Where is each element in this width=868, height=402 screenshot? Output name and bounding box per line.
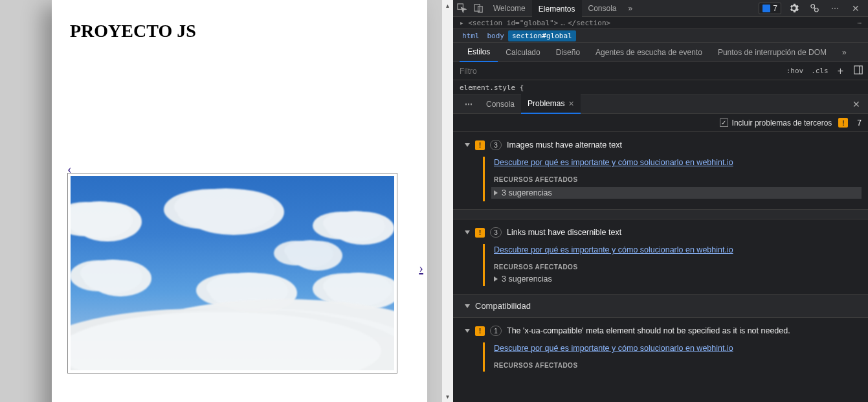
styles-filter-input[interactable] [453, 67, 783, 76]
affected-resources-label: RECURSOS AFECTADOS [494, 362, 862, 369]
disclosure-icon[interactable] [465, 304, 470, 308]
dom-tree-snippet[interactable]: ▸ <section id="global"> … </section> ⋯ [453, 17, 868, 28]
warning-icon: ! [475, 140, 485, 150]
styles-tabbar: Estilos Calculado Diseño Agentes de escu… [453, 43, 868, 62]
settings-gear-icon[interactable] [785, 0, 802, 17]
tab-dom-breakpoints[interactable]: Puntos de interrupción de DOM [710, 43, 834, 62]
svg-rect-1 [474, 5, 479, 11]
breadcrumb-body[interactable]: body [484, 30, 509, 41]
styles-filter-row: :hov .cls + [453, 62, 868, 80]
issue-learn-more-link[interactable]: Descubre por qué es importante y cómo so… [494, 344, 733, 353]
issue-learn-more-link[interactable]: Descubre por qué es importante y cómo so… [494, 245, 733, 254]
scroll-down-button[interactable]: ▾ [442, 391, 453, 402]
checkbox-icon: ✓ [720, 118, 728, 127]
breadcrumb-section[interactable]: section#global [508, 30, 576, 41]
inspect-element-icon[interactable] [453, 0, 470, 17]
issue-header-row[interactable]: ! 1 The 'x-ua-compatible' meta element s… [465, 326, 862, 336]
carousel-image [71, 176, 394, 370]
tabs-overflow-icon[interactable]: » [623, 4, 638, 13]
disclosure-icon[interactable] [465, 143, 470, 147]
tab-console[interactable]: Consola [582, 0, 623, 17]
issue-header-row[interactable]: ! 3 Images must have alternate text [465, 140, 862, 150]
affected-resources-item[interactable]: 3 sugerencias [494, 274, 862, 284]
close-tab-icon[interactable]: ✕ [568, 100, 574, 108]
divider [453, 209, 868, 219]
cls-toggle-button[interactable]: .cls [807, 67, 832, 75]
category-title: Compatibilidad [475, 301, 531, 311]
page-title: PROYECTO JS [52, 0, 427, 41]
disclosure-icon[interactable] [465, 230, 470, 234]
page-document: PROYECTO JS ‹ › [52, 0, 427, 402]
issue-count: 7 [773, 4, 777, 13]
issue-learn-more-link[interactable]: Descubre por qué es importante y cómo so… [494, 158, 733, 167]
drawer-close-icon[interactable]: ✕ [845, 99, 868, 109]
problems-list[interactable]: ! 3 Images must have alternate text Desc… [453, 132, 868, 402]
include-third-party-checkbox[interactable]: ✓ Incluir problemas de terceros [720, 118, 832, 128]
disclosure-icon[interactable] [494, 190, 498, 195]
tab-elements[interactable]: Elementos [532, 0, 582, 17]
device-toggle-icon[interactable] [470, 0, 487, 17]
disclosure-icon[interactable] [494, 276, 498, 282]
page-scrollbar[interactable]: ▴ ▾ [442, 0, 453, 402]
rendered-page-pane: PROYECTO JS ‹ › ▴ ▾ [0, 0, 453, 402]
affected-resources-label: RECURSOS AFECTADOS [494, 263, 862, 271]
new-style-rule-button[interactable]: + [832, 65, 849, 77]
issue-group: ! 3 Images must have alternate text Desc… [453, 132, 868, 209]
svg-rect-5 [854, 66, 862, 74]
more-menu-icon[interactable]: ⋯ [827, 0, 843, 17]
total-warning-count: 7 [854, 118, 862, 128]
carousel-next-link[interactable]: › [419, 261, 423, 276]
issue-title: Links must have discernible text [507, 228, 621, 237]
issue-title: The 'x-ua-compatible' meta element shoul… [507, 326, 790, 335]
issue-title: Images must have alternate text [507, 140, 622, 150]
issue-count-pill: 3 [490, 140, 502, 150]
tab-layout[interactable]: Diseño [548, 43, 588, 62]
devtools-top-bar: Welcome Elementos Consola » 7 ⋯ ✕ [453, 0, 868, 17]
drawer-tab-problems[interactable]: Problemas ✕ [521, 95, 581, 114]
issues-counter-badge[interactable]: 7 [759, 3, 781, 14]
drawer-tabbar: ⋯ Consola Problemas ✕ ✕ [453, 95, 868, 114]
problems-toolbar: ✓ Incluir problemas de terceros ! 7 [453, 114, 868, 132]
issue-group: ! 3 Links must have discernible text Des… [453, 219, 868, 294]
warning-icon: ! [475, 326, 485, 336]
issue-detail: Descubre por qué es importante y cómo so… [483, 342, 862, 372]
affected-resources-label: RECURSOS AFECTADOS [494, 176, 862, 183]
scroll-up-button[interactable]: ▴ [442, 0, 453, 11]
activity-icon[interactable] [806, 0, 823, 17]
issue-info-icon [762, 5, 770, 12]
tab-styles[interactable]: Estilos [460, 43, 498, 62]
issue-count-pill: 3 [490, 227, 502, 238]
disclosure-icon[interactable] [465, 329, 470, 333]
element-style-line[interactable]: element.style { [453, 80, 868, 95]
hov-toggle-button[interactable]: :hov [783, 67, 808, 75]
close-devtools-icon[interactable]: ✕ [847, 0, 864, 17]
styles-tabs-overflow[interactable]: » [834, 43, 854, 62]
carousel: ‹ › [67, 165, 412, 374]
warning-icon: ! [475, 228, 485, 238]
issue-detail: Descubre por qué es importante y cómo so… [483, 244, 862, 286]
carousel-image-frame [67, 173, 397, 374]
issue-group: ! 1 The 'x-ua-compatible' meta element s… [453, 318, 868, 379]
tab-welcome[interactable]: Welcome [487, 0, 532, 17]
drawer-tab-console[interactable]: Consola [480, 95, 521, 114]
drawer-menu-icon[interactable]: ⋯ [458, 100, 480, 109]
tab-computed[interactable]: Calculado [498, 43, 548, 62]
category-header[interactable]: Compatibilidad [453, 294, 868, 318]
issue-header-row[interactable]: ! 3 Links must have discernible text [465, 227, 862, 238]
devtools-panel: Welcome Elementos Consola » 7 ⋯ ✕ ▸ <sec… [453, 0, 868, 402]
issue-count-pill: 1 [490, 326, 502, 336]
affected-resources-item[interactable]: 3 sugerencias [491, 187, 862, 199]
computed-sidebar-toggle-icon[interactable] [849, 65, 868, 76]
breadcrumb-html[interactable]: html [458, 30, 484, 41]
issue-detail: Descubre por qué es importante y cómo so… [483, 157, 862, 201]
warning-icon: ! [838, 118, 848, 128]
tab-event-listeners[interactable]: Agentes de escucha de evento [588, 43, 710, 62]
dom-breadcrumb: html body section#global [453, 28, 868, 43]
